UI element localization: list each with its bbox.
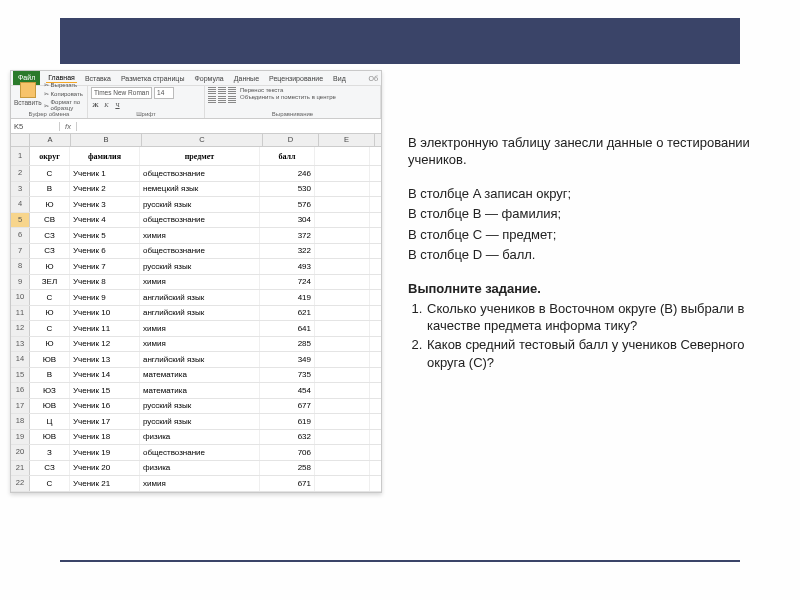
cell[interactable]: СЗ <box>30 244 70 259</box>
row-number[interactable]: 8 <box>11 259 30 274</box>
cell[interactable]: Ученик 21 <box>70 476 140 491</box>
cell[interactable]: С <box>30 321 70 336</box>
cell[interactable]: Ученик 6 <box>70 244 140 259</box>
cell[interactable]: Ученик 14 <box>70 368 140 383</box>
cell[interactable] <box>315 430 370 445</box>
font-size-select[interactable]: 14 <box>154 87 174 99</box>
cell[interactable]: английский язык <box>140 352 260 367</box>
cell[interactable]: 671 <box>260 476 315 491</box>
cell[interactable]: химия <box>140 321 260 336</box>
ribbon-tab[interactable]: Вставка <box>83 74 113 83</box>
cell[interactable]: Ученик 9 <box>70 290 140 305</box>
cell[interactable]: Ученик 18 <box>70 430 140 445</box>
cell[interactable]: С <box>30 290 70 305</box>
cell[interactable] <box>315 228 370 243</box>
cell[interactable]: Ученик 20 <box>70 461 140 476</box>
cell[interactable]: немецкий язык <box>140 182 260 197</box>
cell[interactable]: химия <box>140 228 260 243</box>
row-number[interactable]: 16 <box>11 383 30 398</box>
cell[interactable]: В <box>30 182 70 197</box>
ribbon-tab[interactable]: Формула <box>192 74 225 83</box>
cell[interactable]: английский язык <box>140 290 260 305</box>
cell[interactable]: Ученик 5 <box>70 228 140 243</box>
row-number[interactable]: 15 <box>11 368 30 383</box>
row-number[interactable]: 10 <box>11 290 30 305</box>
row-number[interactable]: 4 <box>11 197 30 212</box>
cell[interactable]: Ученик 8 <box>70 275 140 290</box>
cell[interactable] <box>315 213 370 228</box>
cell[interactable]: C <box>30 166 70 181</box>
cell[interactable]: Ученик 13 <box>70 352 140 367</box>
cell[interactable]: обществознание <box>140 213 260 228</box>
cell[interactable]: 349 <box>260 352 315 367</box>
cell[interactable]: 322 <box>260 244 315 259</box>
cell[interactable]: 632 <box>260 430 315 445</box>
cut-cmd[interactable]: Вырезать <box>44 81 84 88</box>
col-header-E[interactable]: E <box>319 134 375 146</box>
cell[interactable]: Ученик 10 <box>70 306 140 321</box>
paste-icon[interactable] <box>20 82 36 98</box>
cell[interactable]: 576 <box>260 197 315 212</box>
cell[interactable] <box>315 321 370 336</box>
cell[interactable] <box>315 275 370 290</box>
cell[interactable]: Ученик 11 <box>70 321 140 336</box>
row-number[interactable]: 13 <box>11 337 30 352</box>
cell[interactable]: русский язык <box>140 259 260 274</box>
cell[interactable]: Ученик 2 <box>70 182 140 197</box>
cell[interactable]: 246 <box>260 166 315 181</box>
cell[interactable]: Ученик 19 <box>70 445 140 460</box>
cell[interactable]: обществознание <box>140 445 260 460</box>
row-number[interactable]: 22 <box>11 476 30 491</box>
cell[interactable]: ЮВ <box>30 430 70 445</box>
row-number[interactable]: 9 <box>11 275 30 290</box>
copy-cmd[interactable]: Копировать <box>44 90 84 97</box>
cell[interactable]: 706 <box>260 445 315 460</box>
cell[interactable]: фамилия <box>70 147 140 165</box>
cell[interactable]: СЗ <box>30 228 70 243</box>
cell[interactable] <box>315 147 370 165</box>
cell[interactable]: 285 <box>260 337 315 352</box>
cell[interactable] <box>315 476 370 491</box>
cell[interactable] <box>315 337 370 352</box>
cell[interactable]: 454 <box>260 383 315 398</box>
cell[interactable]: русский язык <box>140 399 260 414</box>
col-header-A[interactable]: A <box>30 134 71 146</box>
cell[interactable]: 530 <box>260 182 315 197</box>
cell[interactable] <box>315 244 370 259</box>
cell[interactable]: Ю <box>30 197 70 212</box>
cell[interactable]: С <box>30 476 70 491</box>
cell[interactable] <box>315 259 370 274</box>
cell[interactable]: предмет <box>140 147 260 165</box>
row-number[interactable]: 2 <box>11 166 30 181</box>
ribbon-tab[interactable]: Данные <box>232 74 261 83</box>
cell[interactable] <box>315 461 370 476</box>
cell[interactable]: физика <box>140 430 260 445</box>
cell[interactable]: округ <box>30 147 70 165</box>
cell[interactable]: обществознание <box>140 166 260 181</box>
row-number[interactable]: 18 <box>11 414 30 429</box>
row-number[interactable]: 14 <box>11 352 30 367</box>
cell[interactable]: физика <box>140 461 260 476</box>
row-number[interactable]: 19 <box>11 430 30 445</box>
cell[interactable]: Ц <box>30 414 70 429</box>
cell[interactable] <box>315 445 370 460</box>
cell[interactable] <box>315 290 370 305</box>
row-number[interactable]: 1 <box>11 147 30 165</box>
cell[interactable]: 735 <box>260 368 315 383</box>
cell[interactable]: 372 <box>260 228 315 243</box>
cell[interactable]: 304 <box>260 213 315 228</box>
row-number[interactable]: 6 <box>11 228 30 243</box>
cell[interactable]: 419 <box>260 290 315 305</box>
cell[interactable]: Ученик 7 <box>70 259 140 274</box>
cell[interactable]: Ю <box>30 306 70 321</box>
wrap-text-cmd[interactable]: Перенос текста <box>240 87 336 93</box>
cell[interactable]: ЮВ <box>30 352 70 367</box>
cell[interactable]: Ю <box>30 337 70 352</box>
cell[interactable]: ЮЗ <box>30 383 70 398</box>
paste-label[interactable]: Вставить <box>14 99 42 106</box>
cell[interactable]: балл <box>260 147 315 165</box>
cell[interactable] <box>315 368 370 383</box>
row-number[interactable]: 11 <box>11 306 30 321</box>
cell[interactable]: Ученик 1 <box>70 166 140 181</box>
row-number[interactable]: 5 <box>11 213 30 228</box>
